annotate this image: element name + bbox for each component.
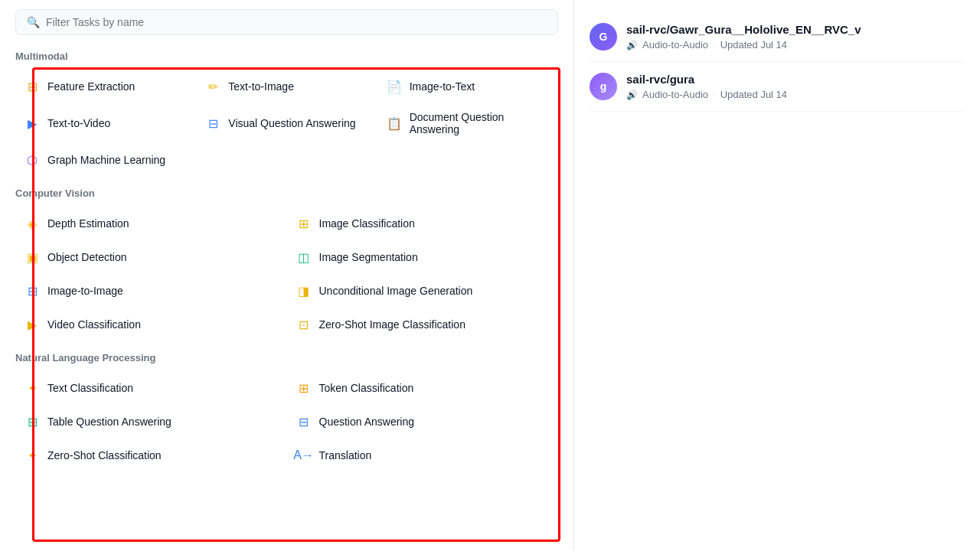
task-image-classification[interactable]: ⊞ Image Classification <box>287 208 559 239</box>
model-card-2[interactable]: g sail-rvc/gura 🔊 Audio-to-Audio · Updat… <box>590 62 965 112</box>
filter-input[interactable] <box>46 16 547 28</box>
task-translation[interactable]: A→ Translation <box>287 440 559 471</box>
model2-updated: Updated Jul 14 <box>720 89 787 100</box>
text-to-video-icon: ▶ <box>23 114 41 132</box>
text-to-image-icon: ✏ <box>204 77 222 96</box>
model1-meta: 🔊 Audio-to-Audio · Updated Jul 14 <box>626 39 965 51</box>
multimodal-section: Multimodal ⊞ Feature Extraction ✏ Text-t… <box>15 51 558 175</box>
unconditional-image-gen-label: Unconditional Image Generation <box>319 285 473 297</box>
unconditional-image-gen-icon: ◨ <box>295 282 313 300</box>
table-qa-icon: ⊞ <box>23 412 41 431</box>
cv-label: Computer Vision <box>15 187 558 199</box>
task-image-to-image[interactable]: ⊟ Image-to-Image <box>15 276 287 306</box>
nlp-grid: ✦ Text Classification ⊞ Token Classifica… <box>15 373 558 471</box>
task-visual-qa[interactable]: ⊟ Visual Question Answering <box>196 105 377 142</box>
image-to-text-label: Image-to-Text <box>410 80 475 93</box>
text-to-video-label: Text-to-Video <box>47 117 110 129</box>
video-classification-icon: ▶ <box>23 315 41 334</box>
token-classification-label: Token Classification <box>319 382 414 394</box>
question-answering-icon: ⊟ <box>295 412 313 431</box>
model2-info: sail-rvc/gura 🔊 Audio-to-Audio · Updated… <box>626 73 965 100</box>
text-classification-icon: ✦ <box>23 379 41 397</box>
feature-extraction-label: Feature Extraction <box>47 80 135 93</box>
filter-bar: 🔍 <box>15 9 558 35</box>
model1-info: sail-rvc/Gawr_Gura__Hololive_EN__RVC_v 🔊… <box>626 23 965 51</box>
question-answering-label: Question Answering <box>319 416 415 428</box>
model1-updated: Updated Jul 14 <box>720 39 787 51</box>
task-image-segmentation[interactable]: ◫ Image Segmentation <box>287 242 559 272</box>
graph-ml-icon: ⬡ <box>23 151 41 169</box>
object-detection-icon: ▣ <box>23 248 41 266</box>
table-qa-label: Table Question Answering <box>47 416 172 428</box>
nlp-label: Natural Language Processing <box>15 352 558 364</box>
model2-audio-icon: 🔊 <box>626 90 638 100</box>
task-text-classification[interactable]: ✦ Text Classification <box>15 373 287 403</box>
task-graph-ml[interactable]: ⬡ Graph Machine Learning <box>15 145 196 175</box>
model1-name: sail-rvc/Gawr_Gura__Hololive_EN__RVC_v <box>626 23 965 36</box>
task-document-qa[interactable]: 📋 Document Question Answering <box>377 105 558 142</box>
model1-dot: · <box>713 39 716 51</box>
multimodal-grid: ⊞ Feature Extraction ✏ Text-to-Image 📄 I… <box>15 71 558 175</box>
task-zero-shot-classification[interactable]: ✦ Zero-Shot Classification <box>15 440 287 471</box>
left-panel: 🔍 Multimodal ⊞ Feature Extraction ✏ Text… <box>0 0 574 551</box>
task-table-qa[interactable]: ⊞ Table Question Answering <box>15 406 287 437</box>
image-segmentation-icon: ◫ <box>295 248 313 266</box>
zero-shot-image-classification-icon: ⊡ <box>295 315 313 334</box>
zero-shot-classification-icon: ✦ <box>23 446 41 465</box>
task-zero-shot-image-classification[interactable]: ⊡ Zero-Shot Image Classification <box>287 309 559 340</box>
video-classification-label: Video Classification <box>47 318 141 331</box>
token-classification-icon: ⊞ <box>295 379 313 397</box>
feature-extraction-icon: ⊞ <box>23 77 41 96</box>
image-segmentation-label: Image Segmentation <box>319 251 418 263</box>
translation-label: Translation <box>319 449 372 461</box>
document-qa-icon: 📋 <box>385 114 403 132</box>
image-to-text-icon: 📄 <box>385 77 403 96</box>
image-classification-label: Image Classification <box>319 217 415 230</box>
task-text-to-image[interactable]: ✏ Text-to-Image <box>196 71 377 102</box>
text-classification-label: Text Classification <box>47 382 133 394</box>
model2-meta: 🔊 Audio-to-Audio · Updated Jul 14 <box>626 89 965 100</box>
task-unconditional-image-gen[interactable]: ◨ Unconditional Image Generation <box>287 276 559 306</box>
search-icon: 🔍 <box>27 16 40 28</box>
cv-grid: ◈ Depth Estimation ⊞ Image Classificatio… <box>15 208 558 340</box>
task-feature-extraction[interactable]: ⊞ Feature Extraction <box>15 71 196 102</box>
task-video-classification[interactable]: ▶ Video Classification <box>15 309 287 340</box>
image-to-image-icon: ⊟ <box>23 282 41 300</box>
model1-audio-icon: 🔊 <box>626 40 638 51</box>
visual-qa-icon: ⊟ <box>204 114 222 132</box>
object-detection-label: Object Detection <box>47 251 127 263</box>
task-token-classification[interactable]: ⊞ Token Classification <box>287 373 559 403</box>
nlp-section: Natural Language Processing ✦ Text Class… <box>15 352 558 471</box>
model2-type: Audio-to-Audio <box>642 89 708 100</box>
task-object-detection[interactable]: ▣ Object Detection <box>15 242 287 272</box>
task-text-to-video[interactable]: ▶ Text-to-Video <box>15 105 196 142</box>
zero-shot-image-classification-label: Zero-Shot Image Classification <box>319 318 466 331</box>
depth-estimation-icon: ◈ <box>23 214 41 233</box>
model-card-1[interactable]: G sail-rvc/Gawr_Gura__Hololive_EN__RVC_v… <box>590 12 965 62</box>
model2-avatar: g <box>590 73 617 100</box>
multimodal-label: Multimodal <box>15 51 558 62</box>
translation-icon: A→ <box>295 446 313 465</box>
right-panel: G sail-rvc/Gawr_Gura__Hololive_EN__RVC_v… <box>574 0 980 551</box>
task-question-answering[interactable]: ⊟ Question Answering <box>287 406 559 437</box>
task-image-to-text[interactable]: 📄 Image-to-Text <box>377 71 558 102</box>
graph-ml-label: Graph Machine Learning <box>47 154 165 166</box>
model1-avatar: G <box>590 23 617 51</box>
depth-estimation-label: Depth Estimation <box>47 217 129 230</box>
visual-qa-label: Visual Question Answering <box>228 117 355 129</box>
text-to-image-label: Text-to-Image <box>228 80 294 93</box>
cv-section: Computer Vision ◈ Depth Estimation ⊞ Ima… <box>15 187 558 340</box>
image-to-image-label: Image-to-Image <box>47 285 123 297</box>
document-qa-label: Document Question Answering <box>410 111 550 135</box>
zero-shot-classification-label: Zero-Shot Classification <box>47 449 162 461</box>
model2-dot: · <box>713 89 716 100</box>
model2-name: sail-rvc/gura <box>626 73 965 86</box>
image-classification-icon: ⊞ <box>295 214 313 233</box>
model1-type: Audio-to-Audio <box>642 39 708 51</box>
task-depth-estimation[interactable]: ◈ Depth Estimation <box>15 208 287 239</box>
